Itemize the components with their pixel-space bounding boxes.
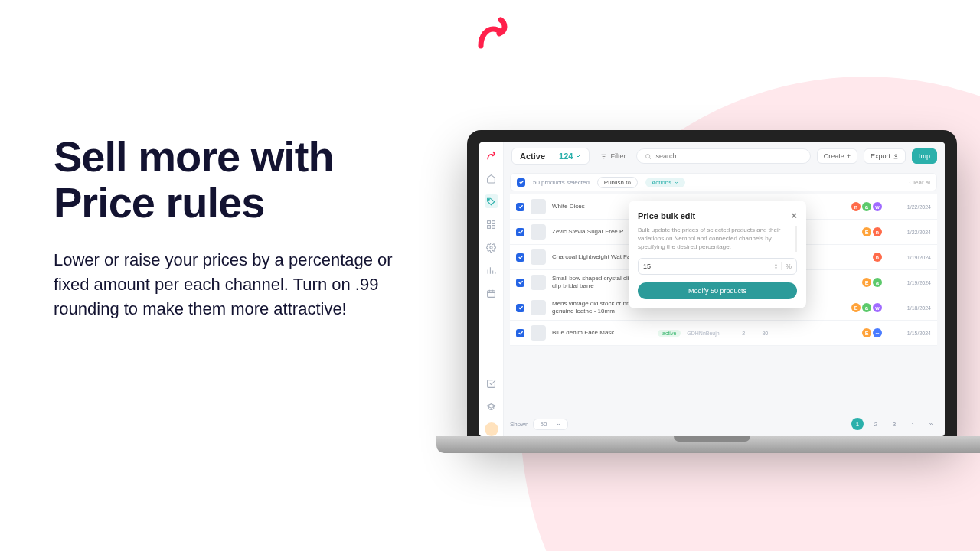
- table-row[interactable]: Blue denim Face Mask active GDHNnBeujh 2…: [510, 321, 937, 346]
- laptop-mockup: Active 124 Filter Create +: [436, 130, 980, 467]
- svg-point-5: [490, 246, 492, 248]
- filter-label: Filter: [610, 152, 626, 160]
- analytics-icon[interactable]: [485, 263, 498, 277]
- row-checkbox[interactable]: [516, 228, 524, 236]
- status-count: 124: [559, 152, 573, 161]
- hero-subtext: Lower or raise your prices by a percenta…: [54, 248, 413, 321]
- home-icon[interactable]: [485, 171, 498, 185]
- percent-input[interactable]: [643, 262, 774, 270]
- next-page-button[interactable]: ›: [906, 418, 919, 430]
- import-button[interactable]: Imp: [912, 148, 937, 164]
- product-date: 1/18/2024: [894, 305, 931, 311]
- pagination: Shown 50 123›»: [510, 418, 937, 430]
- app-screen: Active 124 Filter Create +: [479, 142, 945, 436]
- row-checkbox[interactable]: [516, 279, 524, 287]
- modify-products-button[interactable]: Modify 50 products: [638, 282, 797, 299]
- close-icon[interactable]: ×: [791, 210, 797, 221]
- product-thumbnail: [531, 300, 546, 315]
- product-thumbnail: [531, 224, 546, 240]
- app-sidebar: [479, 142, 504, 436]
- help-icon[interactable]: [485, 399, 498, 413]
- product-qty: 2: [736, 331, 751, 336]
- channel-badge: w: [873, 202, 882, 211]
- product-thumbnail: [531, 325, 546, 341]
- products-icon[interactable]: [485, 194, 498, 208]
- product-date: 1/22/2024: [894, 204, 931, 210]
- clear-selection[interactable]: Clear al: [909, 179, 930, 186]
- page-buttons: 123›»: [851, 418, 937, 430]
- product-date: 1/19/2024: [894, 280, 931, 285]
- chevron-down-icon: [556, 422, 561, 427]
- modal-title: Price bulk edit: [638, 211, 695, 220]
- status-label: Active: [520, 152, 545, 161]
- actions-dropdown[interactable]: Actions: [645, 178, 685, 187]
- page-button[interactable]: 3: [888, 418, 900, 430]
- channel-badges: En: [862, 227, 882, 236]
- product-date: 1/19/2024: [894, 255, 931, 260]
- search-icon: [645, 153, 652, 160]
- channel-badge: a: [873, 278, 882, 287]
- channel-badge: E: [862, 278, 871, 287]
- svg-point-7: [646, 154, 650, 158]
- channel-badge: E: [862, 328, 871, 337]
- svg-point-0: [488, 199, 489, 200]
- number-stepper[interactable]: ▲▼: [774, 262, 778, 270]
- product-date: 1/15/2024: [894, 331, 931, 336]
- channel-badge: w: [873, 303, 882, 312]
- channel-badges: Ea: [862, 278, 882, 287]
- status-badge: active: [658, 330, 681, 337]
- last-page-button[interactable]: »: [925, 418, 937, 430]
- svg-rect-4: [492, 225, 495, 228]
- percent-input-wrapper: ▲▼ %: [638, 258, 797, 275]
- brand-logo: [473, 14, 511, 55]
- row-checkbox[interactable]: [516, 304, 524, 312]
- settings-icon[interactable]: [485, 240, 498, 254]
- price-bulk-edit-modal: Price bulk edit × Bulk update the prices…: [629, 201, 806, 308]
- row-checkbox[interactable]: [516, 329, 524, 337]
- channel-badge: E: [851, 303, 861, 312]
- row-checkbox[interactable]: [516, 253, 524, 262]
- search-field[interactable]: [655, 152, 802, 160]
- channel-badge: n: [851, 202, 861, 211]
- shown-label: Shown: [510, 421, 528, 428]
- check-icon[interactable]: [485, 377, 498, 390]
- product-date: 1/22/2024: [894, 230, 931, 235]
- page-size-select[interactable]: 50: [533, 419, 568, 430]
- chevron-down-icon: [674, 180, 679, 185]
- product-thumbnail: [531, 199, 546, 214]
- create-button[interactable]: Create +: [817, 148, 858, 164]
- row-checkbox[interactable]: [516, 203, 524, 211]
- selected-text: 50 products selected: [533, 179, 590, 186]
- publish-to-button[interactable]: Publish to: [597, 177, 638, 188]
- hero-headline: Sell more with Price rules: [54, 134, 413, 227]
- avatar[interactable]: [485, 422, 498, 436]
- export-button[interactable]: Export: [864, 148, 906, 164]
- channel-badges: Eaw: [851, 303, 882, 312]
- modal-description: Bulk update the prices of selected produ…: [638, 226, 797, 252]
- sliders-icon: [600, 153, 607, 160]
- product-name: Blue denim Face Mask: [552, 329, 652, 337]
- page-button[interactable]: 1: [851, 418, 864, 430]
- selection-bar: 50 products selected Publish to Actions …: [510, 173, 937, 191]
- percent-icon: %: [781, 262, 792, 270]
- channel-badges: naw: [851, 202, 882, 211]
- svg-rect-6: [488, 290, 495, 297]
- app-topbar: Active 124 Filter Create +: [504, 142, 945, 170]
- plus-icon: +: [847, 152, 851, 160]
- svg-rect-2: [492, 220, 495, 223]
- filter-button[interactable]: Filter: [596, 149, 630, 163]
- product-price: 80: [757, 331, 773, 336]
- product-thumbnail: [531, 249, 546, 265]
- calendar-icon[interactable]: [485, 286, 498, 300]
- apps-icon[interactable]: [485, 217, 498, 231]
- channel-badges: n: [873, 253, 882, 262]
- product-thumbnail: [531, 275, 546, 290]
- svg-rect-1: [488, 220, 491, 223]
- page-button[interactable]: 2: [870, 418, 882, 430]
- brand-mini-icon: [485, 148, 498, 162]
- search-input[interactable]: [636, 148, 810, 164]
- status-filter[interactable]: Active 124: [511, 148, 590, 165]
- select-all-checkbox[interactable]: [517, 178, 525, 187]
- channel-badges: E∞: [862, 328, 882, 337]
- channel-badge: ∞: [873, 328, 882, 337]
